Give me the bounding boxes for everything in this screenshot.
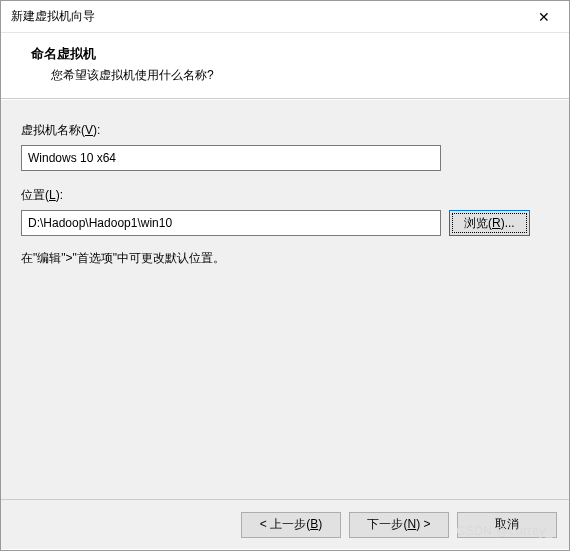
page-subtitle: 您希望该虚拟机使用什么名称? xyxy=(51,67,549,84)
browse-button[interactable]: 浏览(R)... xyxy=(449,210,530,236)
cancel-button[interactable]: 取消 xyxy=(457,512,557,538)
window-title: 新建虚拟机向导 xyxy=(11,8,95,25)
next-button[interactable]: 下一步(N) > xyxy=(349,512,449,538)
wizard-body: 虚拟机名称(V): 位置(L): 浏览(R)... 在"编辑">"首选项"中可更… xyxy=(1,99,569,499)
back-button[interactable]: < 上一步(B) xyxy=(241,512,341,538)
location-hint: 在"编辑">"首选项"中可更改默认位置。 xyxy=(21,250,549,267)
close-icon[interactable]: ✕ xyxy=(521,2,567,32)
location-input[interactable] xyxy=(21,210,441,236)
vm-name-label: 虚拟机名称(V): xyxy=(21,122,549,139)
titlebar: 新建虚拟机向导 ✕ xyxy=(1,1,569,33)
wizard-footer: < 上一步(B) 下一步(N) > 取消 xyxy=(1,499,569,549)
vm-name-input[interactable] xyxy=(21,145,441,171)
wizard-header: 命名虚拟机 您希望该虚拟机使用什么名称? xyxy=(1,33,569,99)
page-title: 命名虚拟机 xyxy=(31,45,549,63)
location-label: 位置(L): xyxy=(21,187,549,204)
